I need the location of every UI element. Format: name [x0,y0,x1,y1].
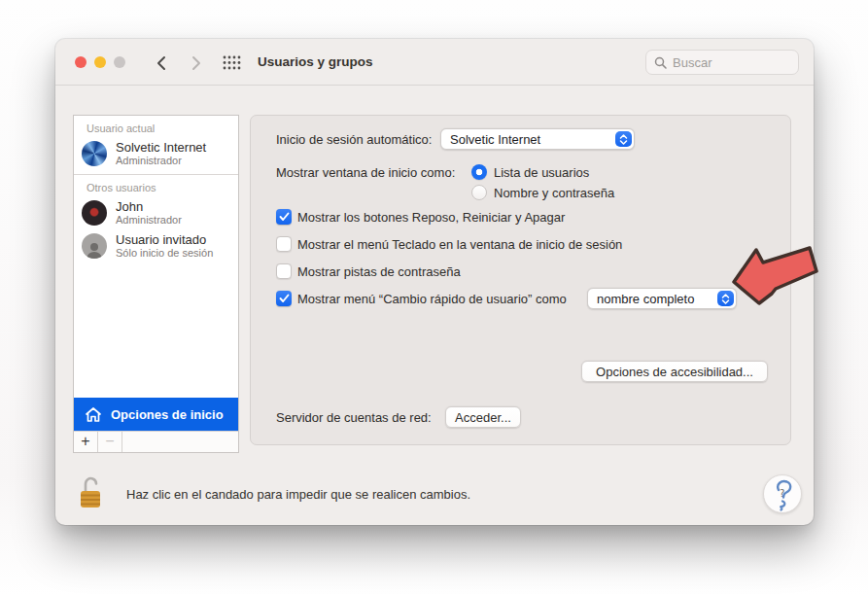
sidebar-footer: + − [74,431,238,452]
checkmark-icon [279,212,290,222]
auto-login-value: Solvetic Internet [450,132,540,147]
checkbox-password-hints[interactable] [276,263,292,279]
join-server-button[interactable]: Acceder... [445,406,521,428]
open-padlock-icon [78,474,107,509]
radio-name-password-label: Nombre y contraseña [494,186,614,200]
zoom-button [114,56,125,68]
checkbox-fast-user-switching[interactable] [276,291,292,306]
user-name: Solvetic Internet [116,140,206,155]
user-row-guest[interactable]: Usuario invitado Sólo inicio de sesión [74,229,238,262]
chevron-left-icon [156,55,167,71]
user-row-john[interactable]: John Administrador [74,196,238,229]
users-groups-window: Usuarios y grupos Usuario actual Solveti… [55,39,814,525]
search-field[interactable] [645,50,799,75]
accessibility-options-button[interactable]: Opciones de accesibilidad... [581,361,768,382]
chevron-right-icon [191,55,202,71]
user-name: John [116,199,182,214]
page-background: Usuarios y grupos Usuario actual Solveti… [0,0,868,595]
login-options-panel: Inicio de sesión automático: Solvetic In… [250,115,791,445]
forward-button[interactable] [186,52,207,74]
close-button[interactable] [75,56,87,68]
checkmark-icon [279,294,290,303]
app-grid-icon [223,55,241,70]
person-silhouette-icon [85,241,104,259]
lock-instruction-text: Haz clic en el candado para impedir que … [126,487,470,502]
auto-login-label: Inicio de sesión automático: [276,132,432,147]
avatar [82,233,107,259]
login-window-label: Mostrar ventana de inicio como: [276,165,455,180]
network-server-label: Servidor de cuentas de red: [276,410,432,425]
checkbox-input-menu[interactable] [276,236,292,252]
svg-text:?: ? [780,488,784,499]
add-user-button[interactable]: + [74,432,98,452]
radio-name-password[interactable] [471,185,487,200]
show-all-preferences-button[interactable] [223,55,241,74]
red-arrow-icon [729,245,826,311]
checkbox-fast-user-switching-label: Mostrar menú “Cambio rápido de usuario” … [297,292,567,306]
checkbox-sleep-restart-shutdown-label: Mostrar los botones Reposo, Reiniciar y … [297,210,565,225]
user-list-sidebar: Usuario actual Solvetic Internet Adminis… [73,115,239,453]
remove-user-button[interactable]: − [98,432,122,452]
fast-switch-value: nombre completo [597,292,694,306]
avatar [82,141,107,166]
current-user-section-label: Usuario actual [74,116,238,137]
sidebar-item-login-options[interactable]: Opciones de inicio [74,398,238,431]
search-input[interactable] [673,55,780,70]
home-icon [85,406,102,423]
question-mark-icon: ? [766,476,799,511]
search-icon [654,56,667,69]
checkbox-input-menu-label: Mostrar el menú Teclado en la ventana de… [297,237,622,252]
checkbox-sleep-restart-shutdown[interactable] [276,209,292,225]
login-options-label: Opciones de inicio [111,407,224,422]
fast-switch-style-dropdown[interactable]: nombre completo [587,288,737,309]
radio-user-list-label: Lista de usuarios [494,165,589,180]
radio-user-list[interactable] [471,164,487,180]
auto-login-dropdown[interactable]: Solvetic Internet [440,128,635,150]
titlebar: Usuarios y grupos [55,39,814,86]
lock-button[interactable] [78,474,107,513]
back-button[interactable] [151,52,172,74]
checkbox-password-hints-label: Mostrar pistas de contraseña [297,264,461,279]
red-arrow-annotation [729,245,826,315]
dropdown-chevrons-icon [615,131,632,147]
user-row-current[interactable]: Solvetic Internet Administrador [74,137,238,170]
user-role: Administrador [116,155,206,167]
traffic-lights [75,56,125,68]
help-button[interactable]: ? [763,474,802,513]
window-title: Usuarios y grupos [258,54,373,69]
user-role: Sólo inicio de sesión [116,247,213,260]
user-role: Administrador [116,214,182,227]
other-users-section-label: Otros usuarios [74,175,238,196]
avatar [82,200,107,226]
minimize-button[interactable] [94,56,106,68]
user-name: Usuario invitado [116,232,213,247]
